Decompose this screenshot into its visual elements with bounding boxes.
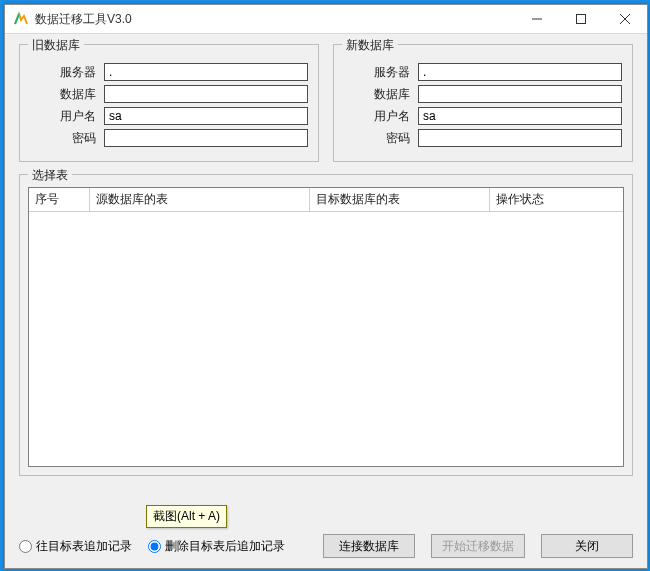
table-container[interactable]: 序号 源数据库的表 目标数据库的表 操作状态: [28, 187, 624, 467]
old-username-input[interactable]: [104, 107, 308, 125]
col-source[interactable]: 源数据库的表: [89, 188, 309, 212]
old-db-legend: 旧数据库: [28, 37, 84, 54]
old-database-input[interactable]: [104, 85, 308, 103]
new-password-input[interactable]: [418, 129, 622, 147]
radio-delete-append-label: 删除目标表后追加记录: [165, 538, 285, 555]
label-old-username: 用户名: [30, 108, 96, 125]
desktop: 数据迁移工具V3.0 旧数据库 服务器: [0, 0, 650, 571]
table-header-row: 序号 源数据库的表 目标数据库的表 操作状态: [29, 188, 623, 212]
start-migrate-button[interactable]: 开始迁移数据: [431, 534, 525, 558]
col-target[interactable]: 目标数据库的表: [309, 188, 489, 212]
old-db-group: 旧数据库 服务器 数据库 用户名 密码: [19, 44, 319, 162]
col-index[interactable]: 序号: [29, 188, 89, 212]
col-status[interactable]: 操作状态: [489, 188, 623, 212]
radio-append[interactable]: 往目标表追加记录: [19, 538, 132, 555]
new-username-input[interactable]: [418, 107, 622, 125]
screenshot-tooltip: 截图(Alt + A): [146, 505, 227, 528]
titlebar[interactable]: 数据迁移工具V3.0: [5, 5, 647, 34]
label-new-username: 用户名: [344, 108, 410, 125]
svg-rect-1: [577, 15, 586, 24]
label-new-database: 数据库: [344, 86, 410, 103]
new-db-legend: 新数据库: [342, 37, 398, 54]
radio-delete-append-input[interactable]: [148, 540, 161, 553]
window-title: 数据迁移工具V3.0: [35, 11, 515, 28]
new-server-input[interactable]: [418, 63, 622, 81]
radio-append-label: 往目标表追加记录: [36, 538, 132, 555]
minimize-button[interactable]: [515, 5, 559, 33]
app-icon: [13, 11, 29, 27]
label-new-password: 密码: [344, 130, 410, 147]
connect-db-button[interactable]: 连接数据库: [323, 534, 415, 558]
label-old-password: 密码: [30, 130, 96, 147]
bottom-toolbar: 往目标表追加记录 删除目标表后追加记录 连接数据库 开始迁移数据 关闭: [5, 526, 647, 568]
radio-append-input[interactable]: [19, 540, 32, 553]
label-new-server: 服务器: [344, 64, 410, 81]
old-password-input[interactable]: [104, 129, 308, 147]
select-table-legend: 选择表: [28, 167, 72, 184]
select-table-group: 选择表 序号 源数据库的表 目标数据库的表 操作状态: [19, 174, 633, 476]
label-old-database: 数据库: [30, 86, 96, 103]
client-area: 旧数据库 服务器 数据库 用户名 密码: [5, 34, 647, 568]
close-button[interactable]: [603, 5, 647, 33]
old-server-input[interactable]: [104, 63, 308, 81]
close-app-button[interactable]: 关闭: [541, 534, 633, 558]
new-db-group: 新数据库 服务器 数据库 用户名 密码: [333, 44, 633, 162]
app-window: 数据迁移工具V3.0 旧数据库 服务器: [4, 4, 648, 569]
tables-grid: 序号 源数据库的表 目标数据库的表 操作状态: [29, 188, 623, 212]
radio-delete-append[interactable]: 删除目标表后追加记录: [148, 538, 285, 555]
label-old-server: 服务器: [30, 64, 96, 81]
new-database-input[interactable]: [418, 85, 622, 103]
window-controls: [515, 5, 647, 33]
maximize-button[interactable]: [559, 5, 603, 33]
